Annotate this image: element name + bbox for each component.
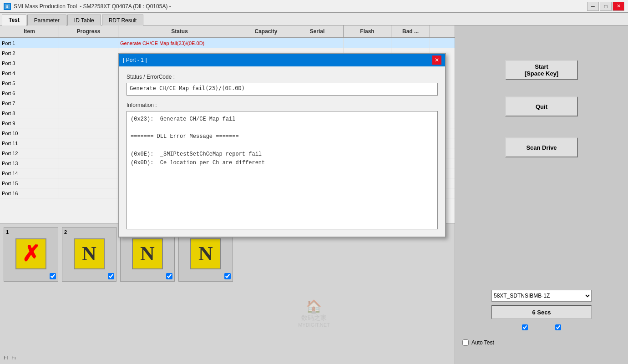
right-panel: Start [Space Key] Quit Scan Drive 58XT_S… <box>455 25 628 364</box>
td-item: Port 12 <box>0 148 59 158</box>
start-button[interactable]: Start [Space Key] <box>505 60 578 80</box>
svg-text:S: S <box>6 5 9 9</box>
td-item: Port 10 <box>0 128 59 138</box>
port-checkbox-1[interactable] <box>50 273 56 279</box>
auto-test-row: Auto Test <box>459 338 624 348</box>
tab-bar: Test Parameter ID Table RDT Result <box>0 13 628 25</box>
td-item: Port 8 <box>0 108 59 118</box>
col-capacity: Capacity <box>241 25 291 37</box>
td-progress <box>59 48 118 58</box>
table-header: Item Progress Status Capacity Serial Fla… <box>0 25 455 38</box>
col-bad: Bad ... <box>391 25 430 37</box>
port-checkbox-9[interactable] <box>166 273 172 279</box>
info-area: (0x23): Generate CH/CE Map fail ======= … <box>127 111 438 229</box>
td-item: Port 11 <box>0 138 59 148</box>
modal-title-bar: [ Port - 1 ] ✕ <box>119 54 445 66</box>
tab-rdt-result[interactable]: RDT Result <box>102 15 144 25</box>
col-item: Item <box>0 25 59 37</box>
td-progress <box>59 158 118 168</box>
td-progress <box>59 38 118 48</box>
td-progress <box>59 168 118 178</box>
port-number-2: 2 <box>64 229 67 235</box>
td-item: Port 6 <box>0 88 59 98</box>
td-progress <box>59 188 118 198</box>
table-row[interactable]: Port 1 Generate CH/CE Map fail(23)/(0E.0… <box>0 38 455 48</box>
model-info: - SM2258XT Q0407A (Dll : Q0105A) - <box>80 3 171 10</box>
td-bad <box>391 38 430 48</box>
port-box-1[interactable]: 1 ✗ <box>4 227 58 282</box>
bottom-section: 1 ✗ 2 N 9 N 10 N Fl Fi <box>0 223 455 364</box>
status-label: Status / ErrorCode : <box>127 74 438 80</box>
td-item: Port 14 <box>0 168 59 178</box>
td-progress <box>59 78 118 88</box>
td-progress <box>59 178 118 188</box>
tab-id-table[interactable]: ID Table <box>67 15 101 25</box>
info-label: Information : <box>127 102 438 108</box>
td-progress <box>59 88 118 98</box>
minimize-button[interactable]: ─ <box>587 2 599 11</box>
profile-dropdown[interactable]: 58XT_SDTNSIBMB-1Z <box>491 290 592 302</box>
td-progress <box>59 118 118 128</box>
td-progress <box>59 68 118 78</box>
title-bar: S SMI Mass Production Tool - SM2258XT Q0… <box>0 0 628 13</box>
col-progress: Progress <box>59 25 118 37</box>
td-serial <box>291 38 344 48</box>
scan-drive-button[interactable]: Scan Drive <box>505 137 578 157</box>
td-item: Port 9 <box>0 118 59 128</box>
td-item: Port 2 <box>0 48 59 58</box>
td-progress <box>59 98 118 108</box>
td-item: Port 16 <box>0 188 59 198</box>
error-modal: [ Port - 1 ] ✕ Status / ErrorCode : Gene… <box>118 53 446 238</box>
app-name: SMI Mass Production Tool <box>14 3 77 10</box>
profile-dropdown-row: 58XT_SDTNSIBMB-1Z <box>491 290 592 302</box>
auto-test-checkbox[interactable] <box>462 339 469 346</box>
port-icon-9: N <box>132 238 163 269</box>
col-flash: Flash <box>344 25 391 37</box>
td-capacity <box>241 38 291 48</box>
port-box-2[interactable]: 2 N <box>62 227 116 282</box>
port-checkbox-right-2[interactable] <box>555 324 561 330</box>
bottom-label-fl: Fl <box>4 355 8 360</box>
port-checkbox-2[interactable] <box>108 273 114 279</box>
auto-test-label: Auto Test <box>471 339 494 346</box>
td-progress <box>59 128 118 138</box>
close-button[interactable]: ✕ <box>613 2 624 11</box>
col-serial: Serial <box>291 25 344 37</box>
port-checkbox-right-1[interactable] <box>522 324 528 330</box>
bottom-label-fi: Fi <box>11 355 15 360</box>
td-item: Port 4 <box>0 68 59 78</box>
maximize-button[interactable]: □ <box>600 2 612 11</box>
td-item: Port 13 <box>0 158 59 168</box>
modal-close-button[interactable]: ✕ <box>432 56 441 65</box>
tab-parameter[interactable]: Parameter <box>27 15 66 25</box>
td-item: Port 1 <box>0 38 59 48</box>
td-flash <box>344 38 391 48</box>
port-checkbox-10[interactable] <box>224 273 231 279</box>
port-icon-2: N <box>74 238 105 269</box>
col-status: Status <box>118 25 241 37</box>
td-status: Generate CH/CE Map fail(23)/(0E.0D) <box>118 38 241 48</box>
status-value: Generate CH/CE Map fail(23)/(0E.0D) <box>127 83 438 96</box>
td-item: Port 3 <box>0 58 59 68</box>
quit-button[interactable]: Quit <box>505 96 578 116</box>
td-progress <box>59 148 118 158</box>
td-progress <box>59 138 118 148</box>
tab-test[interactable]: Test <box>2 15 26 25</box>
td-progress <box>59 108 118 118</box>
td-item: Port 7 <box>0 98 59 108</box>
app-icon: S <box>4 3 11 10</box>
secs-display: 6 Secs <box>491 305 592 319</box>
td-item: Port 15 <box>0 178 59 188</box>
td-progress <box>59 58 118 68</box>
td-item: Port 5 <box>0 78 59 88</box>
port-icon-1: ✗ <box>15 238 46 269</box>
modal-title: [ Port - 1 ] <box>123 57 147 63</box>
port-number-1: 1 <box>6 229 9 235</box>
port-icon-10: N <box>190 238 221 269</box>
